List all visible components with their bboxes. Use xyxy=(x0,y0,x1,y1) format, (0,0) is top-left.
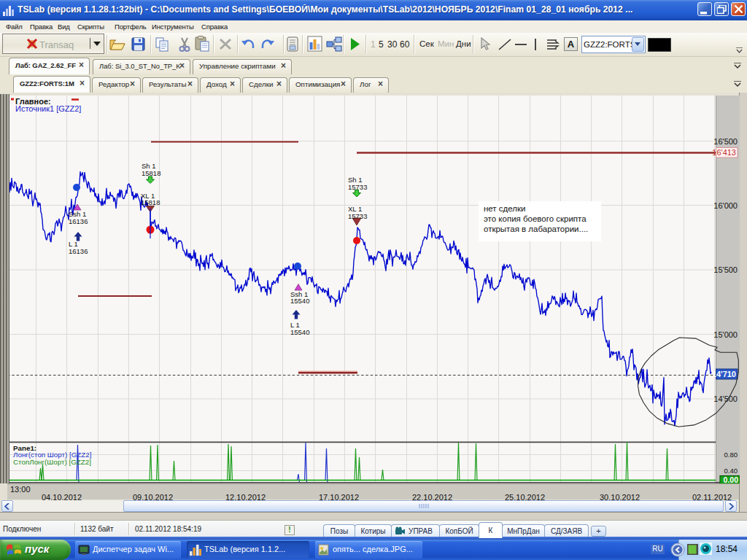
svg-text:Источник1 [GZZ2]: Источник1 [GZZ2] xyxy=(15,104,81,113)
svg-text:15818: 15818 xyxy=(141,198,160,206)
svg-text:СтопЛонг(Шорт) [GZZ2]: СтопЛонг(Шорт) [GZZ2] xyxy=(13,458,91,466)
svg-text:это копия боевого скрипта: это копия боевого скрипта xyxy=(484,214,587,223)
svg-text:15818: 15818 xyxy=(142,169,160,177)
svg-text:16'500: 16'500 xyxy=(713,137,738,146)
svg-text:16'000: 16'000 xyxy=(713,201,738,210)
svg-text:16136: 16136 xyxy=(69,217,88,225)
svg-text:15540: 15540 xyxy=(290,297,309,305)
svg-text:0.00: 0.00 xyxy=(724,475,739,484)
svg-text:16'413: 16'413 xyxy=(712,148,736,157)
svg-text:нет сделки: нет сделки xyxy=(484,204,525,213)
svg-text:0.40: 0.40 xyxy=(724,467,738,475)
svg-text:15'000: 15'000 xyxy=(713,330,738,339)
svg-text:0.80: 0.80 xyxy=(724,451,738,459)
svg-text:15'500: 15'500 xyxy=(713,265,738,274)
svg-text:16136: 16136 xyxy=(69,247,88,255)
svg-text:открытая в лабаратории....: открытая в лабаратории.... xyxy=(484,225,588,233)
svg-text:15733: 15733 xyxy=(348,183,367,191)
svg-text:15540: 15540 xyxy=(290,328,309,336)
svg-text:14'710: 14'710 xyxy=(712,370,736,378)
svg-text:15733: 15733 xyxy=(348,212,367,220)
